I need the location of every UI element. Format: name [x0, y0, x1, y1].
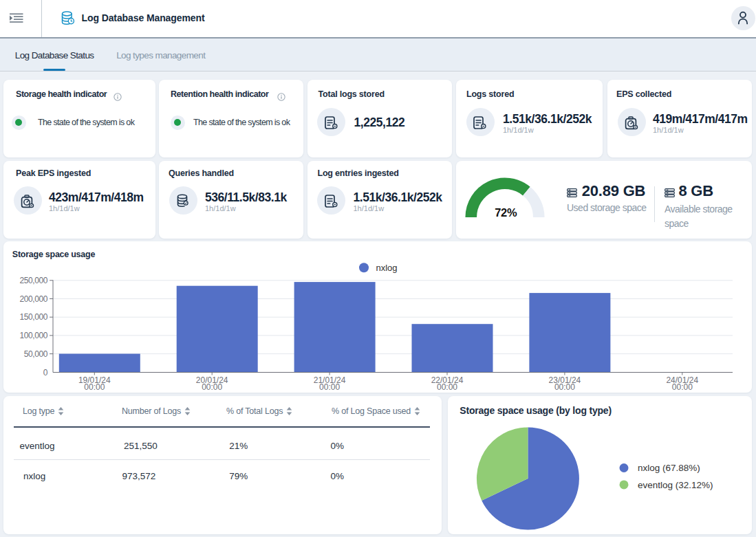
svg-text:200,000: 200,000 — [19, 294, 47, 303]
svg-text:nxlog: nxlog — [376, 263, 398, 273]
svg-text:00:00: 00:00 — [554, 382, 575, 391]
svg-text:50,000: 50,000 — [24, 349, 48, 358]
svg-text:0: 0 — [43, 367, 48, 377]
svg-text:00:00: 00:00 — [202, 382, 222, 391]
svg-text:00:00: 00:00 — [437, 382, 457, 391]
svg-text:100,000: 100,000 — [19, 330, 47, 340]
svg-text:00:00: 00:00 — [672, 382, 693, 391]
svg-text:eventlog (32.12%): eventlog (32.12%) — [638, 479, 713, 490]
svg-text:00:00: 00:00 — [319, 382, 340, 391]
svg-text:nxlog (67.88%): nxlog (67.88%) — [638, 463, 700, 473]
svg-text:250,000: 250,000 — [19, 275, 47, 285]
svg-text:150,000: 150,000 — [19, 312, 47, 322]
svg-text:00:00: 00:00 — [84, 382, 105, 391]
